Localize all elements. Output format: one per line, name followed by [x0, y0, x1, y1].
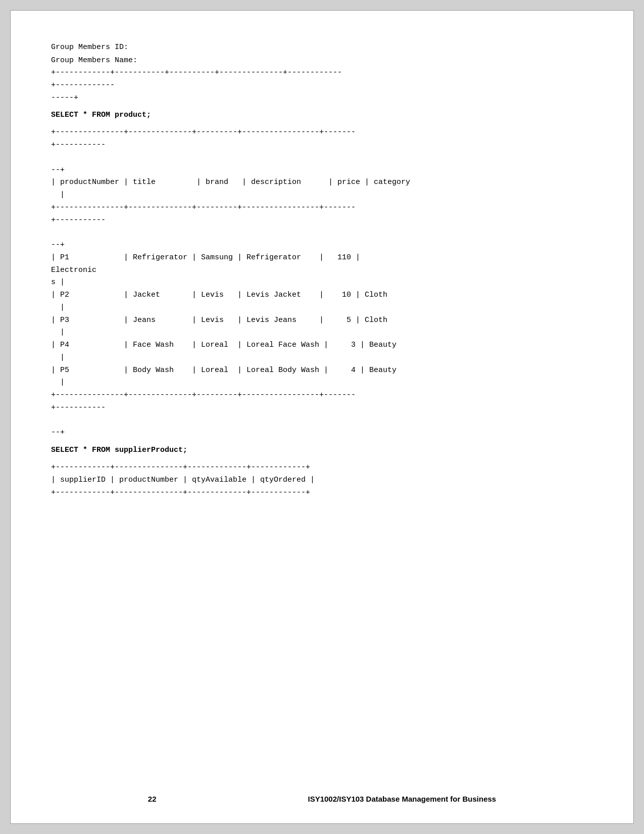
- sql-select-supplier: SELECT * FROM supplierProduct;: [51, 444, 593, 456]
- group-id-label: Group Members ID:: [51, 43, 128, 52]
- product-row-p5: | P5 | Body Wash | Loreal | Loreal Body …: [51, 364, 593, 390]
- supplier-table-sep-top: +------------+---------------+----------…: [51, 461, 593, 474]
- product-row-p4: | P4 | Face Wash | Loreal | Loreal Face …: [51, 339, 593, 364]
- group-name-label: Group Members Name:: [51, 56, 137, 65]
- supplier-table-header: | supplierID | productNumber | qtyAvaila…: [51, 474, 593, 487]
- group-members-id: Group Members ID:: [51, 41, 593, 54]
- product-table-sep-bottom: +---------------+--------------+--------…: [51, 389, 593, 439]
- page-number: 22: [148, 795, 157, 803]
- group-members-name: Group Members Name:: [51, 54, 593, 67]
- product-table-sep-header: +---------------+--------------+--------…: [51, 202, 593, 252]
- supplier-table-sep-header: +------------+---------------+----------…: [51, 487, 593, 499]
- sql-select-product: SELECT * FROM product;: [51, 109, 593, 121]
- sql1-text: SELECT * FROM product;: [51, 111, 151, 119]
- product-row-p1: | P1 | Refrigerator | Samsung | Refriger…: [51, 252, 593, 289]
- separator-1: +------------+-----------+----------+---…: [51, 67, 593, 92]
- product-table-sep-top: +---------------+--------------+--------…: [51, 126, 593, 176]
- product-row-p3: | P3 | Jeans | Levis | Levis Jeans | 5 |…: [51, 314, 593, 340]
- separator-2: -----+: [51, 92, 593, 105]
- page-footer: 22 ISY1002/ISY103 Database Management fo…: [11, 795, 633, 803]
- product-row-p2: | P2 | Jacket | Levis | Levis Jacket | 1…: [51, 289, 593, 314]
- product-table-header: | productNumber | title | brand | descri…: [51, 176, 593, 202]
- footer-title: ISY1002/ISY103 Database Management for B…: [308, 795, 497, 803]
- page: Group Members ID: Group Members Name: +-…: [10, 10, 634, 824]
- page-content: Group Members ID: Group Members Name: +-…: [51, 41, 593, 499]
- sql2-text: SELECT * FROM supplierProduct;: [51, 446, 187, 454]
